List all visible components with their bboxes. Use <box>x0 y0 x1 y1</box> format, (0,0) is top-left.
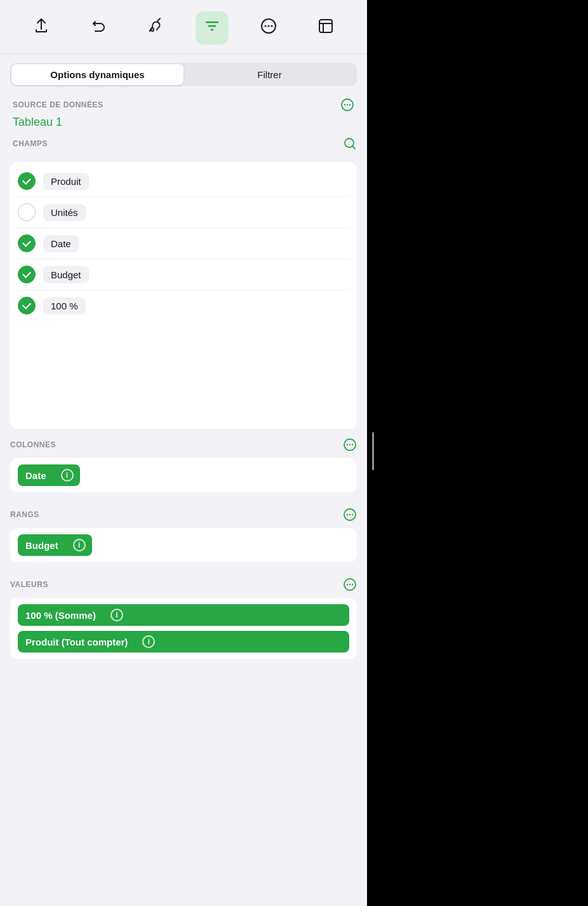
source-section: SOURCE DE DONNÉES Tableau 1 <box>0 86 367 137</box>
field-row-budget[interactable]: Budget <box>18 259 349 290</box>
rangs-section: RANGS Budget i <box>0 499 367 569</box>
share-button[interactable] <box>25 11 58 44</box>
colonnes-chip[interactable]: Date i <box>18 464 80 486</box>
preview-icon <box>317 17 335 39</box>
rangs-label: RANGS <box>10 510 39 519</box>
more-icon <box>260 17 277 39</box>
colonnes-label: COLONNES <box>10 440 56 449</box>
svg-point-6 <box>344 104 345 105</box>
valeurs-chip-1[interactable]: Produit (Tout compter) i <box>18 631 349 652</box>
valeurs-chip-1-info-button[interactable]: i <box>136 631 161 652</box>
colonnes-info-icon: i <box>61 469 74 482</box>
source-more-button[interactable] <box>340 98 354 112</box>
svg-point-17 <box>352 514 353 515</box>
colonnes-more-button[interactable] <box>343 438 357 452</box>
share-icon <box>32 17 50 39</box>
valeurs-chip-0-label: 100 % (Somme) <box>18 605 104 625</box>
svg-point-2 <box>268 25 270 27</box>
undo-icon <box>89 17 107 39</box>
svg-rect-4 <box>319 20 332 32</box>
source-label: SOURCE DE DONNÉES <box>13 100 104 109</box>
valeurs-more-button[interactable] <box>343 578 357 592</box>
field-chip-date: Date <box>43 235 79 252</box>
champs-label: CHAMPS <box>13 139 48 148</box>
brush-button[interactable] <box>138 11 171 44</box>
rangs-content: Budget i <box>10 528 357 562</box>
dark-background <box>367 0 588 906</box>
svg-point-7 <box>347 104 348 105</box>
rangs-chip-label: Budget <box>18 536 66 555</box>
filter-active-button[interactable] <box>196 11 229 44</box>
valeurs-label: VALEURS <box>10 580 48 589</box>
valeurs-chip-1-label: Produit (Tout compter) <box>18 632 135 652</box>
svg-point-8 <box>349 104 351 105</box>
colonnes-content: Date i <box>10 458 357 492</box>
svg-point-1 <box>265 25 267 27</box>
preview-button[interactable] <box>309 11 342 44</box>
rangs-chip-info-button[interactable]: i <box>67 534 92 556</box>
field-row-date[interactable]: Date <box>18 228 349 259</box>
checkbox-budget[interactable] <box>18 266 36 283</box>
scroll-indicator <box>372 432 374 470</box>
svg-point-16 <box>349 514 351 515</box>
svg-point-11 <box>347 444 348 445</box>
valeurs-content: 100 % (Somme) i Produit (Tout compter) i <box>10 598 357 659</box>
field-chip-budget: Budget <box>43 266 89 283</box>
champs-search-button[interactable] <box>343 137 357 151</box>
rangs-info-icon: i <box>73 539 86 551</box>
brush-icon <box>146 17 164 39</box>
checkbox-100pct[interactable] <box>18 297 36 314</box>
field-row-100pct[interactable]: 100 % <box>18 290 349 321</box>
rangs-more-button[interactable] <box>343 508 357 522</box>
field-chip-100pct: 100 % <box>43 297 86 314</box>
colonnes-section: COLONNES Date i <box>0 429 367 499</box>
colonnes-chip-info-button[interactable]: i <box>55 464 80 486</box>
valeurs-chip-0-info-button[interactable]: i <box>104 604 130 626</box>
champs-section-header: CHAMPS <box>0 137 367 162</box>
more-button[interactable] <box>252 11 285 44</box>
valeurs-chip-1-info-icon: i <box>142 635 155 648</box>
toolbar <box>0 0 367 54</box>
rangs-chip[interactable]: Budget i <box>18 534 92 556</box>
source-value: Tableau 1 <box>13 116 354 129</box>
field-chip-unites: Unités <box>43 204 86 221</box>
valeurs-chip-0[interactable]: 100 % (Somme) i <box>18 604 349 626</box>
field-chip-produit: Produit <box>43 173 89 190</box>
checkbox-date[interactable] <box>18 234 36 252</box>
checkbox-produit[interactable] <box>18 172 36 190</box>
svg-point-15 <box>347 514 348 515</box>
filter-icon <box>203 17 221 39</box>
undo-button[interactable] <box>81 11 114 44</box>
svg-point-19 <box>347 584 348 585</box>
svg-point-3 <box>271 25 273 27</box>
checkbox-unites[interactable] <box>18 203 36 221</box>
tabs-container: Options dynamiques Filtrer <box>10 63 357 86</box>
valeurs-section: VALEURS 100 % (Somme) i Produit (Tout co <box>0 569 367 665</box>
tab-options-dynamiques[interactable]: Options dynamiques <box>11 64 184 85</box>
svg-point-13 <box>352 444 353 445</box>
svg-point-21 <box>352 584 353 585</box>
tab-filtrer[interactable]: Filtrer <box>184 64 356 85</box>
field-row-unites[interactable]: Unités <box>18 197 349 228</box>
fields-box: Produit Unités Date Budget 100 % <box>10 162 357 429</box>
field-row-produit[interactable]: Produit <box>18 166 349 197</box>
svg-point-12 <box>349 444 351 445</box>
valeurs-chip-0-info-icon: i <box>110 609 123 621</box>
svg-point-20 <box>349 584 351 585</box>
colonnes-chip-label: Date <box>18 466 54 485</box>
